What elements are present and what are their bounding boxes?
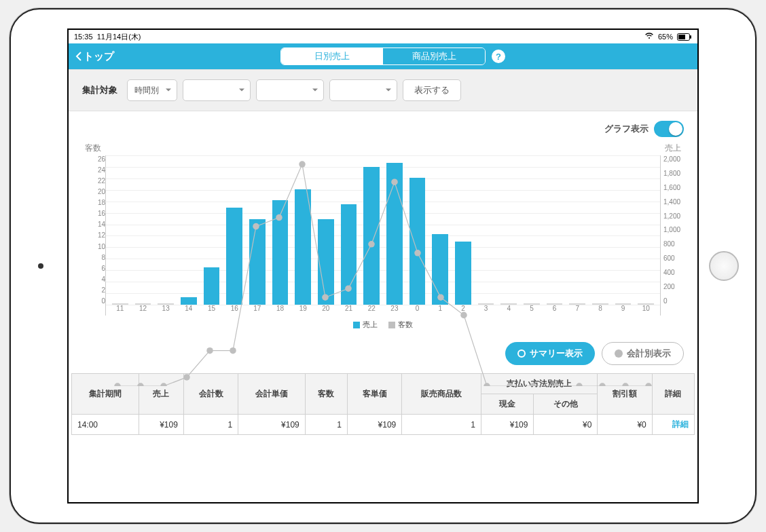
home-button[interactable] (709, 251, 739, 281)
radio-icon (615, 349, 623, 358)
x-axis-ticks: 11121314151617181920212223012345678910 (106, 305, 660, 316)
cell-discount: ¥0 (598, 415, 652, 435)
col-discount: 割引額 (598, 374, 652, 415)
filter-select-4[interactable] (329, 79, 397, 101)
right-axis-title: 売上 (665, 142, 681, 154)
filter-label: 集計対象 (82, 84, 117, 96)
col-detail: 詳細 (652, 374, 694, 415)
col-sales: 売上 (139, 374, 183, 415)
cell-cash: ¥109 (481, 415, 534, 435)
cell-detail: 詳細 (652, 415, 694, 435)
data-table-wrap: 集計期間 売上 会計数 会計単価 客数 客単価 販売商品数 支払い方法別売上 割… (69, 373, 697, 435)
tab-product-sales[interactable]: 商品別売上 (383, 48, 485, 64)
y-axis-right: 2,0001,8001,6001,4001,2001,0008006004002… (661, 155, 684, 316)
filter-select-2[interactable] (183, 79, 251, 101)
chevron-left-icon (75, 52, 82, 61)
chart-area: 客数 売上 26242220181614121086420 1112131415… (69, 140, 697, 334)
view-toggle: サマリー表示 会計別表示 (69, 334, 697, 373)
ipad-frame: 15:35 11月14日(木) 65% トップ 日別売上 商品別売上 (10, 8, 756, 524)
help-button[interactable]: ? (492, 50, 505, 63)
graph-toggle-switch[interactable] (654, 121, 684, 137)
cell-receipts: 1 (183, 415, 238, 435)
chart: 26242220181614121086420 1112131415161718… (82, 155, 684, 316)
col-guests: 客数 (305, 374, 347, 415)
status-bar: 15:35 11月14日(木) 65% (69, 30, 697, 43)
legend-sales: 売上 (353, 320, 378, 330)
col-items: 販売商品数 (402, 374, 481, 415)
table-row: 14:00 ¥109 1 ¥109 1 ¥109 1 ¥109 ¥0 ¥0 詳細 (72, 415, 695, 435)
col-other: その他 (534, 394, 598, 415)
cell-guest-unit: ¥109 (347, 415, 401, 435)
chart-legend: 売上 客数 (82, 316, 684, 330)
cell-period: 14:00 (72, 415, 139, 435)
segmented-control: 日別売上 商品別売上 (280, 48, 486, 65)
filter-bar: 集計対象 時間別 表示する (69, 69, 697, 111)
left-axis-title: 客数 (85, 142, 101, 154)
col-guest-unit: 客単価 (347, 374, 401, 415)
radio-icon (517, 349, 526, 358)
graph-toggle-row: グラフ表示 (69, 111, 697, 140)
plot-area: 11121314151617181920212223012345678910 (105, 155, 661, 316)
cell-items: 1 (402, 415, 481, 435)
col-receipts: 会計数 (183, 374, 238, 415)
wifi-icon (644, 33, 654, 41)
svg-rect-2 (690, 35, 691, 39)
chart-bars (106, 155, 660, 305)
show-button[interactable]: 表示する (403, 79, 461, 101)
app-screen: 15:35 11月14日(木) 65% トップ 日別売上 商品別売上 (67, 28, 699, 504)
cell-sales: ¥109 (139, 415, 183, 435)
col-period: 集計期間 (72, 374, 139, 415)
status-date: 11月14日(木) (97, 33, 141, 41)
cell-receipt-unit: ¥109 (238, 415, 306, 435)
filter-select-3[interactable] (256, 79, 324, 101)
battery-text: 65% (658, 33, 673, 41)
detail-link[interactable]: 詳細 (672, 419, 689, 429)
col-cash: 現金 (481, 394, 534, 415)
back-button[interactable]: トップ (75, 50, 114, 63)
cell-guests: 1 (305, 415, 347, 435)
period-select[interactable]: 時間別 (127, 79, 177, 101)
battery-icon (677, 33, 692, 41)
tab-daily-sales[interactable]: 日別売上 (281, 48, 383, 64)
data-table: 集計期間 売上 会計数 会計単価 客数 客単価 販売商品数 支払い方法別売上 割… (71, 373, 695, 435)
cell-other: ¥0 (534, 415, 598, 435)
back-label: トップ (84, 50, 114, 63)
svg-rect-1 (678, 35, 685, 39)
summary-view-button[interactable]: サマリー表示 (505, 342, 595, 365)
graph-toggle-label: グラフ表示 (604, 123, 649, 135)
col-receipt-unit: 会計単価 (238, 374, 306, 415)
legend-guests: 客数 (388, 320, 413, 330)
receipt-view-button[interactable]: 会計別表示 (602, 342, 684, 365)
y-axis-left: 26242220181614121086420 (82, 155, 105, 316)
status-time: 15:35 (74, 33, 93, 41)
col-payment-group: 支払い方法別売上 (481, 374, 598, 394)
nav-bar: トップ 日別売上 商品別売上 ? (69, 43, 697, 69)
camera-dot (38, 263, 43, 269)
